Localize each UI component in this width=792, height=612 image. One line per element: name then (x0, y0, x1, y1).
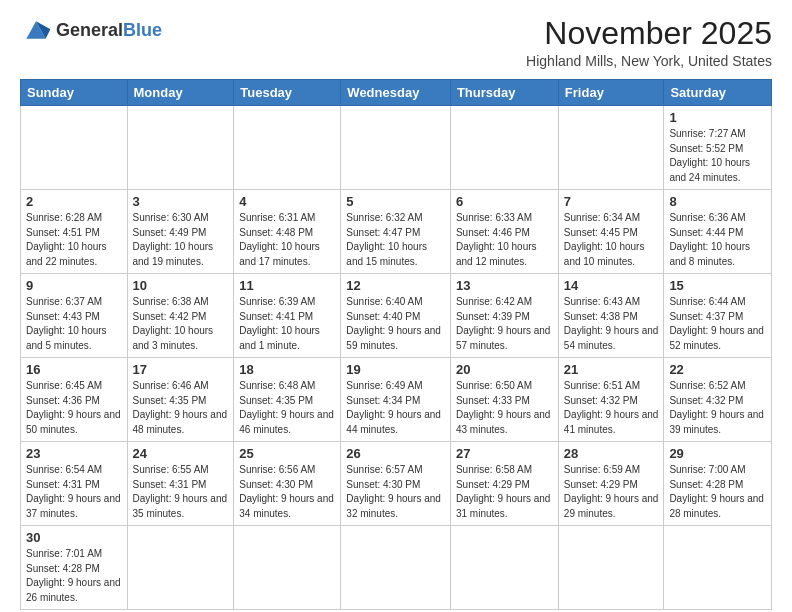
day-number: 28 (564, 446, 659, 461)
day-number: 7 (564, 194, 659, 209)
day-number: 14 (564, 278, 659, 293)
calendar-cell (341, 106, 451, 190)
calendar-cell: 29Sunrise: 7:00 AM Sunset: 4:28 PM Dayli… (664, 442, 772, 526)
logo-icon (20, 16, 52, 44)
day-info: Sunrise: 6:33 AM Sunset: 4:46 PM Dayligh… (456, 211, 553, 269)
calendar-week-1: 2Sunrise: 6:28 AM Sunset: 4:51 PM Daylig… (21, 190, 772, 274)
calendar-cell: 21Sunrise: 6:51 AM Sunset: 4:32 PM Dayli… (558, 358, 664, 442)
day-number: 10 (133, 278, 229, 293)
calendar-cell: 30Sunrise: 7:01 AM Sunset: 4:28 PM Dayli… (21, 526, 128, 610)
calendar-table: SundayMondayTuesdayWednesdayThursdayFrid… (20, 79, 772, 610)
day-info: Sunrise: 6:39 AM Sunset: 4:41 PM Dayligh… (239, 295, 335, 353)
day-info: Sunrise: 6:37 AM Sunset: 4:43 PM Dayligh… (26, 295, 122, 353)
day-number: 27 (456, 446, 553, 461)
calendar-cell (341, 526, 451, 610)
day-number: 15 (669, 278, 766, 293)
calendar-cell: 1Sunrise: 7:27 AM Sunset: 5:52 PM Daylig… (664, 106, 772, 190)
day-info: Sunrise: 6:30 AM Sunset: 4:49 PM Dayligh… (133, 211, 229, 269)
day-info: Sunrise: 6:49 AM Sunset: 4:34 PM Dayligh… (346, 379, 445, 437)
day-number: 5 (346, 194, 445, 209)
calendar-week-4: 23Sunrise: 6:54 AM Sunset: 4:31 PM Dayli… (21, 442, 772, 526)
day-number: 12 (346, 278, 445, 293)
calendar-cell: 5Sunrise: 6:32 AM Sunset: 4:47 PM Daylig… (341, 190, 451, 274)
calendar-week-0: 1Sunrise: 7:27 AM Sunset: 5:52 PM Daylig… (21, 106, 772, 190)
calendar-cell: 9Sunrise: 6:37 AM Sunset: 4:43 PM Daylig… (21, 274, 128, 358)
calendar-cell (450, 106, 558, 190)
calendar-cell (234, 106, 341, 190)
calendar-cell (127, 526, 234, 610)
day-info: Sunrise: 6:42 AM Sunset: 4:39 PM Dayligh… (456, 295, 553, 353)
calendar-cell: 19Sunrise: 6:49 AM Sunset: 4:34 PM Dayli… (341, 358, 451, 442)
day-number: 19 (346, 362, 445, 377)
calendar-cell: 22Sunrise: 6:52 AM Sunset: 4:32 PM Dayli… (664, 358, 772, 442)
day-number: 16 (26, 362, 122, 377)
calendar-cell: 18Sunrise: 6:48 AM Sunset: 4:35 PM Dayli… (234, 358, 341, 442)
calendar-cell: 12Sunrise: 6:40 AM Sunset: 4:40 PM Dayli… (341, 274, 451, 358)
day-info: Sunrise: 6:54 AM Sunset: 4:31 PM Dayligh… (26, 463, 122, 521)
day-info: Sunrise: 7:27 AM Sunset: 5:52 PM Dayligh… (669, 127, 766, 185)
calendar-cell (450, 526, 558, 610)
page: GeneralBlue November 2025 Highland Mills… (0, 0, 792, 612)
day-info: Sunrise: 7:00 AM Sunset: 4:28 PM Dayligh… (669, 463, 766, 521)
day-info: Sunrise: 6:50 AM Sunset: 4:33 PM Dayligh… (456, 379, 553, 437)
day-info: Sunrise: 6:31 AM Sunset: 4:48 PM Dayligh… (239, 211, 335, 269)
calendar-cell: 25Sunrise: 6:56 AM Sunset: 4:30 PM Dayli… (234, 442, 341, 526)
day-info: Sunrise: 6:56 AM Sunset: 4:30 PM Dayligh… (239, 463, 335, 521)
day-info: Sunrise: 6:51 AM Sunset: 4:32 PM Dayligh… (564, 379, 659, 437)
day-info: Sunrise: 6:52 AM Sunset: 4:32 PM Dayligh… (669, 379, 766, 437)
day-number: 4 (239, 194, 335, 209)
day-number: 23 (26, 446, 122, 461)
calendar-cell (21, 106, 128, 190)
day-info: Sunrise: 6:40 AM Sunset: 4:40 PM Dayligh… (346, 295, 445, 353)
header: GeneralBlue November 2025 Highland Mills… (20, 16, 772, 69)
day-number: 30 (26, 530, 122, 545)
col-header-thursday: Thursday (450, 80, 558, 106)
calendar-cell: 8Sunrise: 6:36 AM Sunset: 4:44 PM Daylig… (664, 190, 772, 274)
day-info: Sunrise: 6:48 AM Sunset: 4:35 PM Dayligh… (239, 379, 335, 437)
day-info: Sunrise: 6:57 AM Sunset: 4:30 PM Dayligh… (346, 463, 445, 521)
day-info: Sunrise: 6:34 AM Sunset: 4:45 PM Dayligh… (564, 211, 659, 269)
day-info: Sunrise: 6:28 AM Sunset: 4:51 PM Dayligh… (26, 211, 122, 269)
col-header-friday: Friday (558, 80, 664, 106)
calendar-cell: 2Sunrise: 6:28 AM Sunset: 4:51 PM Daylig… (21, 190, 128, 274)
day-number: 22 (669, 362, 766, 377)
calendar-cell: 4Sunrise: 6:31 AM Sunset: 4:48 PM Daylig… (234, 190, 341, 274)
col-header-tuesday: Tuesday (234, 80, 341, 106)
calendar-cell (664, 526, 772, 610)
logo: GeneralBlue (20, 16, 162, 44)
calendar-cell: 3Sunrise: 6:30 AM Sunset: 4:49 PM Daylig… (127, 190, 234, 274)
col-header-monday: Monday (127, 80, 234, 106)
day-number: 9 (26, 278, 122, 293)
calendar-cell: 15Sunrise: 6:44 AM Sunset: 4:37 PM Dayli… (664, 274, 772, 358)
day-number: 26 (346, 446, 445, 461)
calendar-cell: 24Sunrise: 6:55 AM Sunset: 4:31 PM Dayli… (127, 442, 234, 526)
day-number: 17 (133, 362, 229, 377)
day-info: Sunrise: 6:44 AM Sunset: 4:37 PM Dayligh… (669, 295, 766, 353)
calendar-cell: 10Sunrise: 6:38 AM Sunset: 4:42 PM Dayli… (127, 274, 234, 358)
calendar-week-2: 9Sunrise: 6:37 AM Sunset: 4:43 PM Daylig… (21, 274, 772, 358)
col-header-sunday: Sunday (21, 80, 128, 106)
day-number: 8 (669, 194, 766, 209)
day-info: Sunrise: 6:32 AM Sunset: 4:47 PM Dayligh… (346, 211, 445, 269)
day-info: Sunrise: 6:58 AM Sunset: 4:29 PM Dayligh… (456, 463, 553, 521)
day-info: Sunrise: 7:01 AM Sunset: 4:28 PM Dayligh… (26, 547, 122, 605)
day-number: 21 (564, 362, 659, 377)
day-number: 11 (239, 278, 335, 293)
calendar-cell (127, 106, 234, 190)
calendar-cell: 17Sunrise: 6:46 AM Sunset: 4:35 PM Dayli… (127, 358, 234, 442)
calendar-cell: 14Sunrise: 6:43 AM Sunset: 4:38 PM Dayli… (558, 274, 664, 358)
calendar-cell: 23Sunrise: 6:54 AM Sunset: 4:31 PM Dayli… (21, 442, 128, 526)
calendar-week-3: 16Sunrise: 6:45 AM Sunset: 4:36 PM Dayli… (21, 358, 772, 442)
day-number: 13 (456, 278, 553, 293)
col-header-saturday: Saturday (664, 80, 772, 106)
day-number: 20 (456, 362, 553, 377)
day-info: Sunrise: 6:43 AM Sunset: 4:38 PM Dayligh… (564, 295, 659, 353)
calendar-cell: 11Sunrise: 6:39 AM Sunset: 4:41 PM Dayli… (234, 274, 341, 358)
day-number: 2 (26, 194, 122, 209)
col-header-wednesday: Wednesday (341, 80, 451, 106)
calendar-cell: 6Sunrise: 6:33 AM Sunset: 4:46 PM Daylig… (450, 190, 558, 274)
calendar-cell: 16Sunrise: 6:45 AM Sunset: 4:36 PM Dayli… (21, 358, 128, 442)
logo-text: GeneralBlue (56, 21, 162, 39)
day-number: 6 (456, 194, 553, 209)
day-info: Sunrise: 6:59 AM Sunset: 4:29 PM Dayligh… (564, 463, 659, 521)
